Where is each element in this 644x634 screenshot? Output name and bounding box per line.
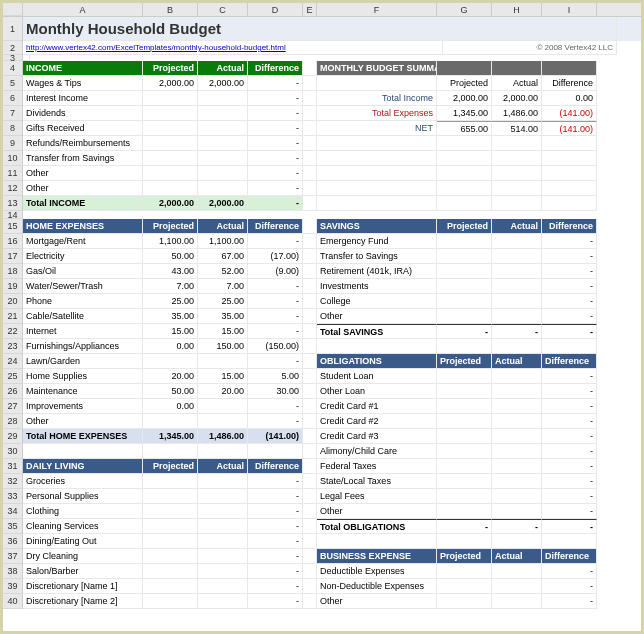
val-difference[interactable]: - bbox=[248, 151, 303, 166]
item-name[interactable]: Total SAVINGS bbox=[317, 324, 437, 339]
val-projected[interactable] bbox=[437, 564, 492, 579]
row-header[interactable]: 25 bbox=[3, 369, 23, 384]
cell[interactable] bbox=[437, 534, 492, 549]
col-actual[interactable]: Actual bbox=[492, 549, 542, 564]
cell[interactable] bbox=[492, 61, 542, 76]
section-header[interactable]: INCOME bbox=[23, 61, 143, 76]
row-header[interactable]: 36 bbox=[3, 534, 23, 549]
copyright[interactable]: © 2008 Vertex42 LLC bbox=[443, 41, 617, 55]
val-actual[interactable] bbox=[198, 414, 248, 429]
row-header[interactable]: 8 bbox=[3, 121, 23, 136]
item-name[interactable]: Groceries bbox=[23, 474, 143, 489]
val-projected[interactable] bbox=[437, 444, 492, 459]
col-header-e[interactable]: E bbox=[303, 3, 317, 16]
item-name[interactable]: Credit Card #3 bbox=[317, 429, 437, 444]
item-name[interactable]: Refunds/Reimbursements bbox=[23, 136, 143, 151]
row-header[interactable]: 5 bbox=[3, 76, 23, 91]
cell[interactable] bbox=[492, 136, 542, 151]
item-name[interactable]: Improvements bbox=[23, 399, 143, 414]
val-actual[interactable] bbox=[492, 444, 542, 459]
val-actual[interactable]: 35.00 bbox=[198, 309, 248, 324]
cell[interactable] bbox=[437, 339, 492, 354]
val-actual[interactable] bbox=[198, 504, 248, 519]
cell[interactable] bbox=[542, 151, 597, 166]
item-name[interactable]: Emergency Fund bbox=[317, 234, 437, 249]
col-header-a[interactable]: A bbox=[23, 3, 143, 16]
cell[interactable] bbox=[542, 166, 597, 181]
val-actual[interactable]: - bbox=[492, 519, 542, 534]
item-name[interactable]: Cleaning Services bbox=[23, 519, 143, 534]
val-projected[interactable] bbox=[143, 474, 198, 489]
row-header[interactable]: 19 bbox=[3, 279, 23, 294]
val-actual[interactable]: 514.00 bbox=[492, 121, 542, 136]
val-projected[interactable] bbox=[143, 166, 198, 181]
row-header[interactable]: 15 bbox=[3, 219, 23, 234]
cell[interactable] bbox=[542, 181, 597, 196]
col-header-d[interactable]: D bbox=[248, 3, 303, 16]
cell[interactable] bbox=[542, 136, 597, 151]
cell[interactable] bbox=[303, 91, 317, 106]
cell[interactable] bbox=[317, 166, 437, 181]
item-name[interactable]: Gifts Received bbox=[23, 121, 143, 136]
cell[interactable] bbox=[303, 429, 317, 444]
val-difference[interactable]: - bbox=[542, 489, 597, 504]
val-projected[interactable] bbox=[437, 594, 492, 609]
col-difference[interactable]: Difference bbox=[248, 459, 303, 474]
item-name[interactable]: Student Loan bbox=[317, 369, 437, 384]
val-difference[interactable]: - bbox=[542, 504, 597, 519]
val-projected[interactable] bbox=[437, 279, 492, 294]
item-name[interactable]: Electricity bbox=[23, 249, 143, 264]
val-actual[interactable] bbox=[492, 594, 542, 609]
val-actual[interactable] bbox=[198, 106, 248, 121]
summary-label[interactable] bbox=[317, 76, 437, 91]
col-header-i[interactable]: I bbox=[542, 3, 597, 16]
col-difference[interactable]: Difference bbox=[248, 219, 303, 234]
cell[interactable] bbox=[303, 354, 317, 369]
val-projected[interactable]: 2,000.00 bbox=[143, 196, 198, 211]
row-header[interactable]: 12 bbox=[3, 181, 23, 196]
val-projected[interactable] bbox=[143, 564, 198, 579]
val-projected[interactable] bbox=[143, 181, 198, 196]
cell[interactable] bbox=[542, 61, 597, 76]
val-actual[interactable]: 25.00 bbox=[198, 294, 248, 309]
cell[interactable] bbox=[198, 444, 248, 459]
col-projected[interactable]: Projected bbox=[437, 219, 492, 234]
val-difference[interactable]: - bbox=[248, 549, 303, 564]
item-name[interactable]: Other bbox=[317, 504, 437, 519]
item-name[interactable]: Salon/Barber bbox=[23, 564, 143, 579]
val-actual[interactable]: 2,000.00 bbox=[198, 76, 248, 91]
cell[interactable] bbox=[303, 279, 317, 294]
cell[interactable] bbox=[303, 309, 317, 324]
val-projected[interactable]: 25.00 bbox=[143, 294, 198, 309]
val-difference[interactable]: - bbox=[248, 181, 303, 196]
cell[interactable] bbox=[437, 181, 492, 196]
page-title[interactable]: Monthly Household Budget bbox=[23, 17, 617, 41]
val-projected[interactable]: 1,100.00 bbox=[143, 234, 198, 249]
item-name[interactable]: Mortgage/Rent bbox=[23, 234, 143, 249]
item-name[interactable]: Dining/Eating Out bbox=[23, 534, 143, 549]
val-difference[interactable]: - bbox=[248, 534, 303, 549]
val-difference[interactable]: - bbox=[248, 579, 303, 594]
item-name[interactable]: Gas/Oil bbox=[23, 264, 143, 279]
row-header[interactable]: 26 bbox=[3, 384, 23, 399]
val-difference[interactable]: - bbox=[248, 294, 303, 309]
val-difference[interactable]: - bbox=[542, 369, 597, 384]
item-name[interactable]: Total HOME EXPENSES bbox=[23, 429, 143, 444]
val-projected[interactable] bbox=[143, 504, 198, 519]
val-difference[interactable]: - bbox=[248, 166, 303, 181]
item-name[interactable]: Other bbox=[23, 181, 143, 196]
cell[interactable] bbox=[303, 444, 317, 459]
val-actual[interactable] bbox=[198, 121, 248, 136]
item-name[interactable]: Clothing bbox=[23, 504, 143, 519]
cell[interactable] bbox=[303, 181, 317, 196]
val-difference[interactable]: - bbox=[542, 234, 597, 249]
val-difference[interactable]: Difference bbox=[542, 76, 597, 91]
item-name[interactable]: Personal Supplies bbox=[23, 489, 143, 504]
val-actual[interactable] bbox=[492, 579, 542, 594]
cell[interactable] bbox=[303, 489, 317, 504]
val-projected[interactable]: 1,345.00 bbox=[143, 429, 198, 444]
section-header[interactable]: SAVINGS bbox=[317, 219, 437, 234]
col-projected[interactable]: Projected bbox=[437, 354, 492, 369]
row-header[interactable]: 30 bbox=[3, 444, 23, 459]
item-name[interactable]: Federal Taxes bbox=[317, 459, 437, 474]
